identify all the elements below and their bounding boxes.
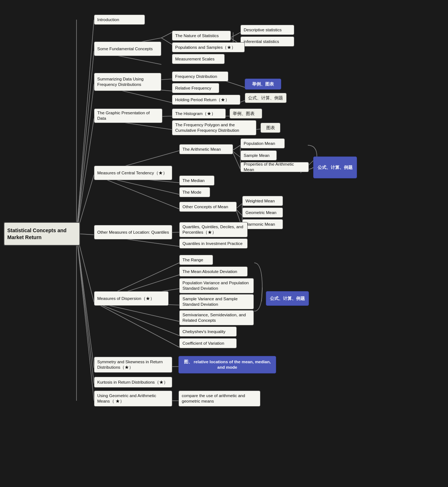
tu-relative-label: 图、 relative locations of the mean, media… (182, 359, 273, 370)
measures-central-node: Measures of Central Tendency（★） (94, 166, 172, 180)
harmonic-mean-node: Harmonic Mean (242, 219, 283, 229)
some-fundamental-label: Some Fundamental Concepts (97, 46, 153, 52)
some-fundamental-node: Some Fundamental Concepts (94, 41, 161, 56)
kurtosis-node: Kurtosis in Return Distributions（★） (94, 377, 172, 388)
geometric-mean-label: Geometric Mean (245, 210, 276, 215)
measurement-label: Measurement Scales (175, 56, 215, 62)
populations-label: Populations and Samples（★） (175, 45, 236, 50)
inferential-label: inferential statistics (244, 39, 279, 44)
compare-use-node: compare the use of arithmetic and geomet… (178, 391, 260, 407)
tu-relative-node: 图、 relative locations of the mean, media… (178, 356, 276, 373)
using-geometric-label: Using Geometric and Arithmetic Means（ ★） (97, 393, 169, 404)
freq-dist-node: Frequency Distribution (172, 71, 228, 82)
median-node: The Median (179, 175, 215, 186)
symmetry-node: Symmetry and Skewness in Return Distribu… (94, 357, 172, 373)
jueli-tuobiao2-node: 举例、图表 (229, 108, 262, 119)
relative-freq-node: Relative Frequency (172, 83, 219, 93)
semivariance-node: Semivariance, Semideviation, and Related… (179, 310, 254, 325)
measures-central-label: Measures of Central Tendency（★） (97, 170, 167, 176)
populations-node: Populations and Samples（★） (172, 42, 245, 52)
jueli-tuobiao1-node: 举例、图表 (245, 79, 281, 90)
mean-abs-dev-label: The Mean Absolute Deviation (182, 269, 237, 274)
jueli-tuobiao2-label: 举例、图表 (233, 111, 255, 116)
properties-arithmetic-label: Properties of the Arithmetic Mean (244, 162, 306, 173)
svg-line-2 (76, 84, 94, 234)
tuobiao1-label: 图表 (266, 125, 275, 131)
coeff-variation-label: Coefficient of Variation (182, 341, 224, 346)
median-label: The Median (182, 178, 205, 183)
svg-line-16 (161, 38, 172, 44)
summarizing-label: Summarizing Data Using Frequency Distrib… (97, 76, 158, 87)
using-geometric-node: Using Geometric and Arithmetic Means（ ★） (94, 391, 172, 407)
jueli-tuobiao1-label: 举例、图表 (252, 82, 274, 87)
descriptive-node: Descriptive statistics (240, 25, 294, 35)
gongshi2-label: 公式、计算、例题 (318, 165, 353, 170)
population-mean-label: Population Mean (244, 141, 275, 146)
mode-label: The Mode (182, 190, 201, 195)
svg-line-51 (262, 288, 262, 301)
descriptive-label: Descriptive statistics (244, 27, 282, 33)
kurtosis-label: Kurtosis in Return Distributions（★） (97, 380, 168, 385)
holding-node: Holding Period Return（★） (172, 95, 240, 105)
freq-dist-label: Frequency Distribution (175, 74, 217, 79)
arithmetic-mean-node: The Arithmetic Mean (179, 144, 233, 154)
freq-polygon-label: The Frequency Polygon and the Cumulative… (175, 122, 253, 133)
svg-line-8 (76, 234, 94, 384)
svg-line-1 (76, 51, 94, 234)
quantiles-investment-node: Quantiles in Investment Practice (179, 238, 248, 249)
graphic-label: The Graphic Presentation of Data (97, 110, 159, 121)
arithmetic-mean-label: The Arithmetic Mean (182, 147, 221, 152)
geometric-mean-node: Geometric Mean (242, 207, 283, 218)
nature-stats-node: The Nature of Statistics (172, 31, 231, 41)
pop-variance-node: Population Variance and Population Stand… (179, 278, 254, 293)
population-mean-node: Population Mean (240, 138, 285, 149)
svg-line-50 (94, 302, 179, 347)
measurement-node: Measurement Scales (172, 54, 225, 64)
root-node: Statistical Concepts and Market Return (4, 222, 80, 246)
nature-stats-label: The Nature of Statistics (175, 33, 219, 39)
sample-mean-label: Sample Mean (244, 153, 270, 158)
graphic-node: The Graphic Presentation of Data (94, 108, 162, 123)
histogram-node: The Histogram（★） (172, 108, 226, 119)
properties-arithmetic-node: Properties of the Arithmetic Mean (240, 162, 309, 172)
gongshi3-label: 公式、计算、例题 (270, 296, 305, 301)
range-node: The Range (179, 255, 213, 265)
sample-variance-node: Sample Variance and Sample Standard Devi… (179, 294, 254, 309)
svg-line-34 (232, 151, 240, 157)
sample-variance-label: Sample Variance and Sample Standard Devi… (182, 296, 251, 307)
introduction-label: Introduction (97, 17, 119, 23)
svg-line-33 (232, 145, 240, 151)
histogram-label: The Histogram（★） (175, 111, 216, 116)
coeff-variation-node: Coefficient of Variation (179, 338, 237, 348)
quartiles-node: Quartiles, Quintiles, Deciles, and Perce… (179, 222, 248, 237)
inferential-node: inferential statistics (240, 36, 294, 47)
range-label: The Range (182, 257, 203, 263)
gongshi1-label: 公式、计算、例题 (248, 95, 283, 101)
svg-line-15 (161, 32, 172, 38)
pop-variance-label: Population Variance and Population Stand… (182, 280, 251, 291)
tuobiao1-node: 图表 (260, 123, 280, 133)
compare-use-label: compare the use of arithmetic and geomet… (182, 393, 257, 404)
other-concepts-label: Other Concepts of Mean (182, 204, 228, 210)
freq-polygon-node: The Frequency Polygon and the Cumulative… (172, 120, 256, 135)
introduction-node: Introduction (94, 15, 145, 25)
svg-line-9 (76, 234, 94, 401)
svg-line-49 (94, 302, 179, 336)
other-measures-node: Other Measures of Location: Quantiles (94, 225, 172, 239)
symmetry-label: Symmetry and Skewness in Return Distribu… (97, 359, 169, 370)
chebyshev-label: Chebyshev's Inequality (182, 329, 225, 334)
quantiles-investment-label: Quantiles in Investment Practice (182, 241, 243, 246)
mode-node: The Mode (179, 187, 210, 197)
svg-line-17 (230, 32, 240, 38)
quartiles-label: Quartiles, Quintiles, Deciles, and Perce… (182, 224, 244, 235)
mean-abs-dev-node: The Mean Absolute Deviation (179, 266, 248, 277)
measures-dispersion-node: Measures of Dispersion（★） (94, 291, 169, 306)
holding-label: Holding Period Return（★） (175, 97, 229, 103)
gongshi3-node: 公式、计算、例题 (266, 291, 309, 306)
gongshi2-node: 公式、计算、例题 (313, 157, 357, 178)
chebyshev-node: Chebyshev's Inequality (179, 326, 237, 337)
measures-dispersion-label: Measures of Dispersion（★） (97, 296, 154, 301)
other-concepts-node: Other Concepts of Mean (179, 202, 237, 212)
relative-freq-label: Relative Frequency (175, 86, 211, 91)
svg-line-35 (232, 151, 240, 169)
